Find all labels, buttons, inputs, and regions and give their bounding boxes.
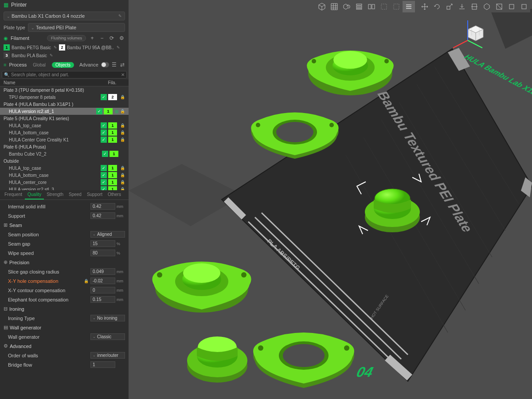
tab-quality[interactable]: Quality	[25, 190, 44, 200]
filament-badge[interactable]: 1	[108, 129, 117, 136]
filament-badge[interactable]: 1	[108, 179, 117, 185]
add-filament-button[interactable]: +	[89, 35, 96, 42]
filament-badge[interactable]: 1	[108, 172, 117, 178]
visibility-checkbox[interactable]: ✓	[101, 122, 107, 129]
lock-icon[interactable]: 🔒	[120, 187, 125, 190]
tree-plate-row[interactable]: Plate 5 (HULA Creality K1 series)	[0, 115, 129, 122]
visibility-checkbox[interactable]: ✓	[102, 151, 108, 157]
tab-support[interactable]: Support	[84, 190, 105, 200]
bridge-flow-input[interactable]	[90, 361, 115, 368]
edit-icon[interactable]: ✎	[50, 53, 53, 58]
view-cube-icon[interactable]	[316, 1, 328, 12]
filament-badge[interactable]: 1	[108, 122, 117, 129]
seam-paint-icon[interactable]	[505, 1, 518, 12]
text-icon[interactable]	[518, 1, 530, 12]
list-view-icon[interactable]: ☰	[112, 61, 117, 68]
lock-icon[interactable]: 🔒	[120, 123, 125, 128]
model-top-case-1[interactable]	[307, 51, 394, 95]
tree-plate-row[interactable]: Outside	[0, 157, 129, 164]
flushing-volumes-button[interactable]: Flushing volumes	[47, 35, 86, 41]
build-plate-scene[interactable]: HULA Bambu Lab X1&P1 ✎ Bambu Textured PE…	[129, 0, 532, 399]
model-bottom-case-2[interactable]	[253, 332, 354, 388]
filament-badge[interactable]: 2	[108, 94, 117, 100]
visibility-checkbox[interactable]: ✓	[101, 179, 107, 185]
settings-icon[interactable]: ⚙	[118, 35, 125, 42]
filament-badge[interactable]: 1	[110, 151, 118, 157]
lock-icon[interactable]: 🔒	[120, 95, 125, 99]
seam-gap-input[interactable]	[90, 240, 115, 247]
scale-icon[interactable]	[443, 1, 456, 12]
tab-speed[interactable]: Speed	[66, 190, 84, 200]
tree-object-row[interactable]: HULA_bottom_case✓1🔒	[0, 129, 129, 136]
mesh-icon[interactable]	[481, 1, 493, 12]
view-icon-a[interactable]	[378, 1, 390, 12]
visibility-checkbox[interactable]: ✓	[101, 186, 107, 190]
visibility-checkbox[interactable]: ✓	[101, 172, 107, 178]
filament-chip[interactable]: 2Bambu TPU 95A @BB..✎	[59, 44, 120, 51]
lock-icon[interactable]: 🔒	[120, 109, 125, 113]
printer-preset-dropdown[interactable]: ⌄Bambu Lab X1 Carbon 0.4 nozzle ✎	[4, 12, 125, 20]
clear-icon[interactable]: ✕	[121, 72, 125, 77]
place-icon[interactable]	[456, 1, 468, 12]
xy-hole-input[interactable]	[90, 278, 115, 284]
layers-icon[interactable]	[353, 1, 365, 12]
tree-object-row[interactable]: HULA_center_core✓1🔒	[0, 179, 129, 186]
assembly-icon[interactable]	[340, 1, 353, 12]
view-icon-b[interactable]	[390, 1, 403, 12]
filament-swatch[interactable]: 3	[4, 52, 10, 59]
visibility-checkbox[interactable]: ✓	[101, 94, 107, 100]
wall-generator-select[interactable]: ⌄Classic	[90, 333, 125, 340]
model-top-case-2[interactable]	[152, 262, 251, 313]
tab-others[interactable]: Others	[105, 190, 124, 200]
visibility-checkbox[interactable]: ✓	[101, 137, 107, 143]
tree-object-row[interactable]: Bambu Cube V2_2✓1	[0, 150, 129, 157]
objects-chip[interactable]: Objects	[52, 62, 74, 68]
tree-object-row[interactable]: HULA version rc2.stl_3✓1🔒	[0, 186, 129, 190]
move-icon[interactable]	[419, 1, 431, 12]
slice-gap-input[interactable]	[90, 268, 115, 275]
tree-object-row[interactable]: HULA Center Core Creality K1✓1🔒	[0, 136, 129, 143]
grid-icon[interactable]	[328, 1, 340, 12]
filament-badge[interactable]: 1	[108, 137, 117, 143]
wipe-speed-input[interactable]	[90, 250, 115, 256]
internal-solid-infill-input[interactable]	[90, 203, 115, 210]
tree-object-row[interactable]: HULA version rc2.stl_1✓1⊞🔒	[0, 108, 129, 115]
rotate-icon[interactable]	[431, 1, 443, 12]
edit-icon[interactable]: ✎	[118, 14, 122, 18]
visibility-checkbox[interactable]: ✓	[101, 129, 107, 136]
edit-icon[interactable]: ✎	[117, 45, 120, 50]
search-input[interactable]: 🔍 Search plate, object and part. ✕	[2, 71, 127, 78]
tree-object-row[interactable]: HULA_top_case✓1🔒	[0, 164, 129, 172]
filament-chip[interactable]: 1Bambu PETG Basic✎	[4, 44, 57, 51]
tree-object-row[interactable]: HULA_top_case✓1🔒	[0, 122, 129, 129]
sync-filament-button[interactable]: ⟳	[108, 35, 115, 42]
support-input[interactable]	[90, 212, 115, 219]
lock-icon[interactable]: 🔒	[120, 137, 125, 142]
compare-icon[interactable]: ⇄	[120, 61, 125, 68]
visibility-checkbox[interactable]: ✓	[101, 165, 107, 171]
filament-badge[interactable]: 1	[108, 186, 117, 190]
elephant-foot-input[interactable]	[90, 296, 115, 303]
global-chip[interactable]: Global	[29, 62, 49, 68]
order-walls-select[interactable]: ⌄inner/outer	[90, 352, 125, 359]
orientation-gizmo[interactable]	[448, 16, 488, 51]
filament-swatch[interactable]: 1	[4, 44, 10, 51]
remove-filament-button[interactable]: −	[98, 35, 106, 42]
lock-icon[interactable]: 🔒	[120, 180, 125, 184]
support-paint-icon[interactable]	[493, 1, 505, 12]
edit-icon[interactable]: ✎	[54, 45, 57, 50]
tree-plate-row[interactable]: Plate 3 (TPU dampener 8 petal K=0.158)	[0, 86, 129, 94]
lock-icon[interactable]: 🔒	[120, 130, 125, 135]
filament-badge[interactable]: 1	[104, 108, 113, 114]
tree-plate-row[interactable]: Plate 4 (HULA Bambu Lab X1&P1 )	[0, 101, 129, 108]
model-center-button-2[interactable]	[187, 336, 247, 383]
filament-chip[interactable]: 3Bambu PLA Basic✎	[4, 52, 53, 59]
ironing-type-select[interactable]: ⌄No ironing	[90, 315, 125, 321]
plate-type-dropdown[interactable]: ⌄Textured PEI Plate	[28, 23, 125, 32]
filament-swatch[interactable]: 2	[59, 44, 65, 51]
viewport-3d[interactable]: HULA Bambu Lab X1&P1 ✎ Bambu Textured PE…	[129, 0, 532, 399]
lock-icon[interactable]: 🔒	[120, 173, 125, 177]
cut-icon[interactable]	[468, 1, 481, 12]
split-icon[interactable]	[365, 1, 378, 12]
seam-position-select[interactable]: ⌄Aligned	[90, 231, 125, 238]
